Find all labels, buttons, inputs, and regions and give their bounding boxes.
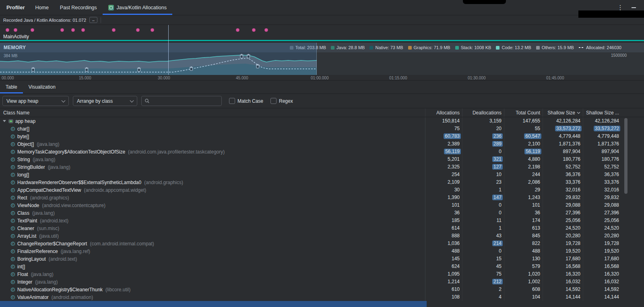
svg-text:C: C bbox=[12, 227, 14, 230]
table-row-rect[interactable]: CRect(android.graphics)1,3901471,24329,8… bbox=[0, 194, 644, 201]
checkbox-box[interactable] bbox=[270, 98, 277, 104]
kebab-menu-icon[interactable]: ⋮ bbox=[617, 4, 623, 11]
class-name-cell: CStringBuilder(java.lang) bbox=[0, 164, 425, 170]
table-row-object[interactable]: CObject[](java.lang)2,3892892,1001,871,3… bbox=[0, 140, 644, 148]
vertical-scrollbar[interactable] bbox=[624, 118, 627, 194]
table-row-class[interactable]: CClass(java.lang)3603627,39627,396 bbox=[0, 209, 644, 217]
activity-event-dot[interactable] bbox=[6, 28, 9, 32]
memory-chart-band[interactable]: MEMORY Total: 203.8 MBJava: 28.8 MBNativ… bbox=[0, 43, 644, 75]
tab-java-kotlin-allocations[interactable]: Java/Kotlin Allocations bbox=[103, 0, 172, 15]
table-row-changereporter-changereport[interactable]: CChangeReporter$ChangeReport(com.android… bbox=[0, 240, 644, 247]
cell-deallocations: 3,159 bbox=[462, 117, 504, 125]
search-input[interactable] bbox=[152, 98, 219, 104]
table-row-hardwarerendererobserver-externalsyntheticlambda0[interactable]: CHardwareRendererObserver$$ExternalSynth… bbox=[0, 178, 644, 186]
cell-value: 822 bbox=[532, 241, 540, 246]
cell-value: 16,032 bbox=[604, 279, 619, 284]
table-row-integer[interactable]: CInteger(java.lang)1,2142121,00216,03216… bbox=[0, 278, 644, 286]
cell-total-count: 608 bbox=[504, 286, 543, 293]
cell-value: 14,592 bbox=[566, 286, 580, 292]
column-header-shallow-size[interactable]: Shallow Size bbox=[543, 108, 583, 117]
cell-deallocations: 20 bbox=[462, 125, 504, 133]
column-header-class-name[interactable]: Class Name bbox=[0, 110, 425, 116]
table-row-textpaint[interactable]: CTextPaint(android.text)1851117425,05625… bbox=[0, 217, 644, 224]
cell-value: 14,144 bbox=[604, 294, 619, 300]
activity-event-dot[interactable] bbox=[71, 28, 75, 32]
table-row-int[interactable]: Cint[]6244557916,56816,568 bbox=[0, 263, 644, 270]
activity-event-dot[interactable] bbox=[14, 28, 17, 32]
heap-select[interactable]: View app heap bbox=[2, 96, 69, 106]
cell-deallocations: 1 bbox=[462, 224, 504, 232]
table-row-boringlayout[interactable]: CBoringLayout(android.text)1451513017,68… bbox=[0, 255, 644, 263]
cell-deallocations: 0 bbox=[462, 201, 504, 209]
legend-label: Stack: 1008 KB bbox=[461, 45, 491, 50]
package-name: (android.text) bbox=[49, 256, 77, 262]
table-row-arraylist[interactable]: CArrayList(java.util)8884384520,28020,28… bbox=[0, 232, 644, 240]
cell-value: 2,389 bbox=[448, 141, 460, 147]
match-case-checkbox[interactable]: Match Case bbox=[229, 98, 263, 104]
table-row-char[interactable]: Cchar[]75205533,573,27233,573,272 bbox=[0, 125, 644, 133]
column-header-total-count[interactable]: Total Count bbox=[504, 108, 543, 117]
table-row-nativeallocationregistry-cleanerthunk[interactable]: CNativeAllocationRegistry$CleanerThunk(l… bbox=[0, 286, 644, 293]
cell-value: 16,032 bbox=[566, 279, 580, 284]
partial-row[interactable] bbox=[0, 301, 644, 307]
table-row-memorytaskcategory-allocationtestobjectofsize[interactable]: CMemoryTaskCategory$AllocationTestObject… bbox=[0, 148, 644, 156]
search-field[interactable] bbox=[141, 96, 222, 106]
table-row-appcompatcheckedtextview[interactable]: CAppCompatCheckedTextView(androidx.appco… bbox=[0, 186, 644, 194]
timeline-panel[interactable]: MainActivity MEMORY Total: 203.8 MBJava:… bbox=[0, 25, 644, 81]
activity-event-dot[interactable] bbox=[151, 28, 154, 32]
package-name: (com.android.internal.compat) bbox=[90, 241, 154, 247]
column-header-deallocations[interactable]: Deallocations bbox=[462, 108, 504, 117]
activity-event-dot[interactable] bbox=[264, 28, 268, 32]
table-row-app-heap[interactable]: app heap150,8143,159147,65542,126,28442,… bbox=[0, 117, 644, 125]
class-name: ArrayList bbox=[17, 233, 36, 239]
cell-value: 55 bbox=[535, 126, 540, 131]
table-row-viewnode[interactable]: CViewNode(android.view.contentcapture)10… bbox=[0, 201, 644, 209]
app-title: Profiler bbox=[6, 4, 25, 10]
column-header-allocations[interactable]: Allocations bbox=[425, 108, 462, 117]
activity-event-dot[interactable] bbox=[136, 28, 140, 32]
svg-text:C: C bbox=[12, 242, 14, 245]
cell-value: 56,119 bbox=[444, 149, 461, 154]
class-icon: C bbox=[10, 241, 15, 246]
table-row-float[interactable]: CFloat(java.lang)1,095751,02016,32016,32… bbox=[0, 270, 644, 278]
cell-value: 29,832 bbox=[604, 195, 619, 200]
class-icon: C bbox=[10, 249, 15, 254]
expander-icon[interactable] bbox=[3, 120, 6, 122]
regex-checkbox[interactable]: Regex bbox=[270, 98, 293, 104]
activity-event-dot[interactable] bbox=[112, 28, 116, 32]
table-row-long[interactable]: Clong[]2541024436,37636,376 bbox=[0, 171, 644, 178]
table-row-stringbuilder[interactable]: CStringBuilder(java.lang)2,3251272,19852… bbox=[0, 163, 644, 171]
checkbox-box[interactable] bbox=[229, 98, 235, 104]
cell-value: 16,568 bbox=[566, 263, 580, 269]
table-row-finalizerreference[interactable]: CFinalizerReference(java.lang.ref)488048… bbox=[0, 247, 644, 255]
table-row-valueanimator[interactable]: CValueAnimator(android.animation)1084104… bbox=[0, 293, 644, 301]
cell-shallow-size: 25,056 bbox=[543, 217, 583, 224]
zoom-to-fit-icon[interactable]: ↔ bbox=[89, 17, 97, 23]
activity-event-dot[interactable] bbox=[236, 28, 239, 32]
cell-allocations: 1,390 bbox=[425, 194, 462, 201]
column-header-shallow-size-2[interactable]: Shallow Size ... bbox=[583, 108, 621, 117]
cell-shallow-size-2: 42,126,284 bbox=[583, 117, 621, 125]
color-swatch-icon bbox=[331, 46, 334, 50]
cell-allocations: 150,814 bbox=[425, 117, 462, 125]
activity-event-dot[interactable] bbox=[81, 28, 85, 32]
view-tab-visualization[interactable]: Visualization bbox=[23, 81, 61, 93]
cell-shallow-size-2: 52,752 bbox=[583, 163, 621, 171]
cell-value: 14,144 bbox=[566, 294, 580, 300]
cell-value: 185 bbox=[452, 218, 460, 223]
view-tab-table[interactable]: Table bbox=[0, 81, 23, 93]
activity-event-dot[interactable] bbox=[60, 28, 64, 32]
package-name: (java.lang) bbox=[35, 279, 58, 285]
activity-event-dot[interactable] bbox=[252, 28, 256, 32]
minimize-icon[interactable] bbox=[632, 7, 636, 8]
tab-home[interactable]: Home bbox=[30, 0, 54, 15]
table-row-string[interactable]: CString(java.lang)5,2013214,880180,77618… bbox=[0, 156, 644, 163]
legend-label: Native: 73 MB bbox=[375, 45, 403, 50]
cell-value: 1,871,376 bbox=[598, 141, 619, 147]
table-row-byte[interactable]: Cbyte[]60,78323660,5474,779,4484,779,448 bbox=[0, 133, 644, 140]
cell-value: 25,056 bbox=[604, 218, 619, 223]
table-row-cleaner[interactable]: CCleaner(sun.misc)614161324,52024,520 bbox=[0, 224, 644, 232]
arrange-select[interactable]: Arrange by class bbox=[73, 96, 137, 106]
tab-past-recordings[interactable]: Past Recordings bbox=[54, 0, 103, 15]
activity-event-dot[interactable] bbox=[31, 28, 34, 32]
